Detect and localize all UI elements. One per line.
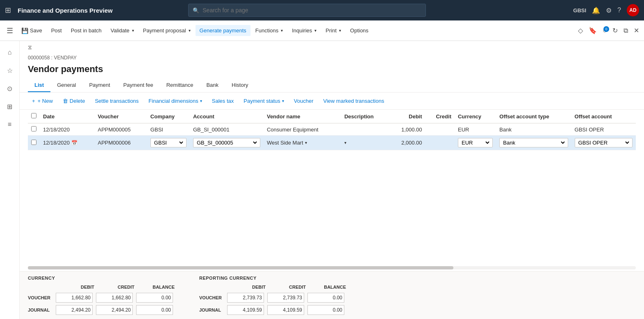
save-button[interactable]: 💾 Save (17, 25, 46, 36)
reporting-title: REPORTING CURRENCY (199, 276, 346, 281)
tab-payment[interactable]: Payment (82, 79, 116, 92)
col-date: Date (40, 110, 94, 123)
currency-journal-credit[interactable] (96, 305, 133, 315)
sidebar-icon-modules[interactable]: ≡ (2, 116, 18, 133)
currency-voucher-row: VOUCHER (28, 293, 175, 303)
row2-offset-type[interactable]: Bank (496, 136, 571, 150)
sidebar-icon-home[interactable]: ⌂ (2, 44, 18, 61)
col-offset-type: Offset account type (496, 110, 571, 123)
row2-offset-type-select[interactable]: Bank (501, 139, 566, 146)
avatar[interactable]: AD (627, 4, 639, 16)
reporting-voucher-balance[interactable] (307, 293, 344, 303)
reporting-voucher-credit[interactable] (267, 293, 304, 303)
currency-voucher-balance[interactable] (136, 293, 173, 303)
currency-journal-balance[interactable] (136, 305, 173, 315)
generate-payments-button[interactable]: Generate payments (196, 25, 250, 36)
sidebar-icon-recent[interactable]: ⊙ (2, 80, 18, 97)
tab-general[interactable]: General (50, 79, 82, 92)
payment-proposal-arrow-icon: ▾ (189, 28, 191, 33)
voucher-button[interactable]: Voucher (290, 96, 318, 106)
row2-currency-select[interactable]: EUR (460, 139, 491, 146)
reporting-journal-balance[interactable] (307, 305, 344, 315)
row1-date: 12/18/2020 (40, 123, 94, 136)
row2-description[interactable]: ▾ (341, 136, 389, 150)
col-description: Description (341, 110, 389, 123)
reporting-voucher-debit[interactable] (227, 293, 264, 303)
notification-icon[interactable]: 🔔 (592, 7, 600, 14)
row2-offset-account[interactable]: GBSI OPER (571, 136, 636, 150)
table-row[interactable]: 12/18/2020 📅 APPM000006 GBSI (28, 136, 636, 150)
sidebar-icon-favorites[interactable]: ☆ (2, 62, 18, 79)
payment-proposal-button[interactable]: Payment proposal ▾ (139, 25, 195, 36)
row2-vendor-name: West Side Mart ▾ (264, 136, 341, 150)
close-icon[interactable]: ✕ (632, 25, 641, 36)
new-button[interactable]: + + New (28, 96, 57, 106)
reporting-voucher-label: VOUCHER (199, 295, 224, 300)
search-input[interactable] (203, 7, 421, 14)
table-header-row: Date Voucher Company Account Vendor name… (28, 110, 636, 123)
search-icon: 🔍 (193, 7, 199, 14)
table-row[interactable]: 12/18/2020 APPM000005 GBSI GB_SI_000001 … (28, 123, 636, 136)
inquiries-button[interactable]: Inquiries ▾ (288, 25, 321, 36)
sales-tax-button[interactable]: Sales tax (208, 96, 238, 106)
help-icon[interactable]: ? (617, 7, 621, 14)
financial-dimensions-button[interactable]: Financial dimensions ▾ (144, 96, 206, 106)
open-new-icon[interactable]: ⧉ (622, 25, 630, 36)
delete-button[interactable]: 🗑 Delete (59, 96, 89, 106)
refresh-icon[interactable]: ↻ (611, 25, 619, 36)
settle-transactions-button[interactable]: Settle transactions (91, 96, 143, 106)
description-dropdown-arrow-icon[interactable]: ▾ (344, 140, 346, 145)
app-title: Finance and Operations Preview (18, 7, 113, 14)
select-all-checkbox[interactable] (31, 113, 36, 118)
row2-company[interactable]: GBSI (147, 136, 190, 150)
print-button[interactable]: Print ▾ (321, 25, 345, 36)
scrollbar-thumb[interactable] (28, 266, 453, 269)
sidebar-icon-workspaces[interactable]: ⊞ (2, 98, 18, 115)
filter-icon[interactable]: ⧖ (28, 44, 32, 50)
tab-history[interactable]: History (225, 79, 255, 92)
currency-credit-header: CREDIT (98, 285, 134, 290)
view-marked-button[interactable]: View marked transactions (319, 96, 389, 106)
row1-credit (426, 123, 455, 136)
payment-status-button[interactable]: Payment status ▾ (239, 96, 288, 106)
tab-bank[interactable]: Bank (200, 79, 225, 92)
bookmark-icon[interactable]: 🔖 (587, 25, 598, 36)
waffle-icon[interactable]: ⊞ (5, 6, 11, 15)
badge-btn[interactable]: ○ 0 (601, 27, 608, 34)
row2-company-select[interactable]: GBSI (152, 139, 184, 146)
row2-account[interactable]: GB_SI_000005 (190, 136, 264, 150)
options-button[interactable]: Options (346, 25, 373, 36)
calendar-icon[interactable]: 📅 (71, 140, 77, 146)
tab-list[interactable]: List (28, 79, 50, 92)
diamond-icon[interactable]: ◇ (576, 25, 585, 36)
row1-check[interactable] (28, 123, 40, 136)
right-actions: GBSI 🔔 ⚙ ? AD (573, 4, 639, 16)
reporting-journal-debit[interactable] (227, 305, 264, 315)
print-arrow-icon: ▾ (339, 28, 341, 33)
row2-account-select[interactable]: GB_SI_000005 (195, 139, 258, 146)
summary-section: CURRENCY DEBIT CREDIT BALANCE VOUCHER JO… (20, 271, 644, 319)
row2-offset-account-select[interactable]: GBSI OPER (577, 139, 630, 146)
menu-toggle-icon[interactable]: ☰ (3, 25, 16, 37)
reporting-journal-credit[interactable] (267, 305, 304, 315)
vendor-dropdown-arrow-icon[interactable]: ▾ (305, 140, 307, 145)
settings-icon[interactable]: ⚙ (606, 7, 612, 14)
currency-voucher-debit[interactable] (56, 293, 93, 303)
tab-remittance[interactable]: Remittance (160, 79, 200, 92)
scrollbar-track[interactable] (28, 266, 636, 269)
tab-payment-fee[interactable]: Payment fee (117, 79, 160, 92)
row2-currency[interactable]: EUR (455, 136, 496, 150)
top-nav: ⊞ Finance and Operations Preview 🔍 GBSI … (0, 0, 644, 20)
action-bar-right-icons: ◇ 🔖 ○ 0 ↻ ⧉ ✕ (576, 25, 641, 36)
functions-button[interactable]: Functions ▾ (251, 25, 287, 36)
col-currency: Currency (455, 110, 496, 123)
options-label: Options (350, 27, 369, 34)
reporting-debit-header: DEBIT (229, 285, 266, 290)
post-in-batch-button[interactable]: Post in batch (67, 25, 106, 36)
validate-button[interactable]: Validate ▾ (107, 25, 138, 36)
reporting-journal-row: JOURNAL (199, 305, 346, 315)
row2-check[interactable] (28, 136, 40, 150)
post-button[interactable]: Post (47, 25, 66, 36)
currency-journal-debit[interactable] (56, 305, 93, 315)
currency-voucher-credit[interactable] (96, 293, 133, 303)
